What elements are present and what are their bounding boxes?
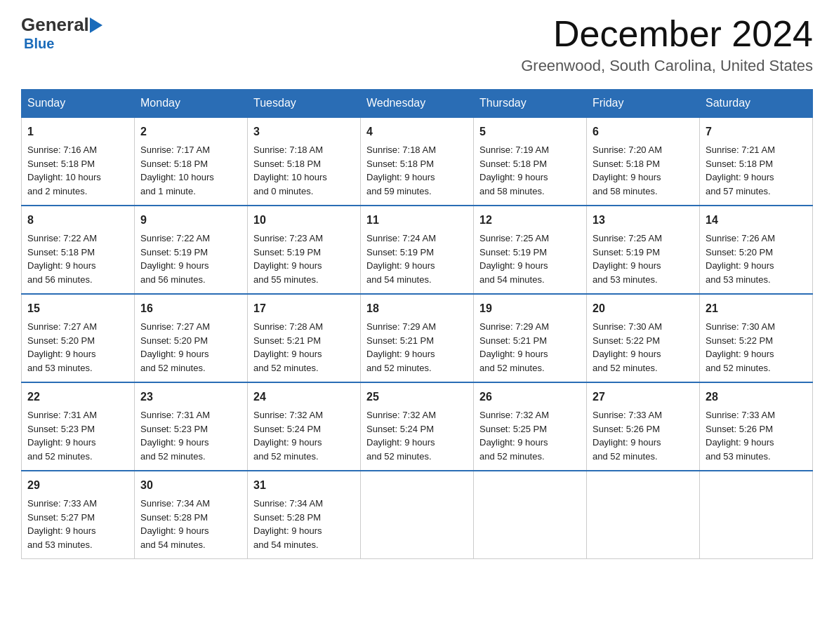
- calendar-week-row: 8Sunrise: 7:22 AMSunset: 5:18 PMDaylight…: [22, 206, 813, 294]
- day-info: Sunrise: 7:31 AMSunset: 5:23 PMDaylight:…: [140, 410, 210, 462]
- table-row: 1Sunrise: 7:16 AMSunset: 5:18 PMDaylight…: [22, 117, 135, 206]
- day-info: Sunrise: 7:34 AMSunset: 5:28 PMDaylight:…: [140, 498, 210, 550]
- day-number: 6: [593, 123, 694, 140]
- col-monday: Monday: [135, 90, 248, 118]
- day-number: 4: [366, 123, 468, 140]
- calendar-week-row: 29Sunrise: 7:33 AMSunset: 5:27 PMDayligh…: [22, 471, 813, 559]
- day-info: Sunrise: 7:18 AMSunset: 5:18 PMDaylight:…: [366, 145, 436, 196]
- col-tuesday: Tuesday: [248, 90, 361, 118]
- day-info: Sunrise: 7:25 AMSunset: 5:19 PMDaylight:…: [479, 233, 549, 285]
- table-row: 29Sunrise: 7:33 AMSunset: 5:27 PMDayligh…: [22, 471, 135, 559]
- day-number: 20: [593, 300, 694, 317]
- day-info: Sunrise: 7:33 AMSunset: 5:27 PMDaylight:…: [27, 498, 97, 550]
- logo-text: General: [21, 14, 104, 36]
- day-info: Sunrise: 7:32 AMSunset: 5:24 PMDaylight:…: [366, 410, 436, 462]
- table-row: 30Sunrise: 7:34 AMSunset: 5:28 PMDayligh…: [135, 471, 248, 559]
- table-row: 21Sunrise: 7:30 AMSunset: 5:22 PMDayligh…: [700, 294, 813, 382]
- table-row: 15Sunrise: 7:27 AMSunset: 5:20 PMDayligh…: [22, 294, 135, 382]
- table-row: 12Sunrise: 7:25 AMSunset: 5:19 PMDayligh…: [474, 206, 587, 294]
- table-row: 28Sunrise: 7:33 AMSunset: 5:26 PMDayligh…: [700, 382, 813, 471]
- day-number: 12: [479, 212, 581, 229]
- day-info: Sunrise: 7:22 AMSunset: 5:19 PMDaylight:…: [140, 233, 210, 285]
- table-row: 3Sunrise: 7:18 AMSunset: 5:18 PMDaylight…: [248, 117, 361, 206]
- day-info: Sunrise: 7:32 AMSunset: 5:25 PMDaylight:…: [479, 410, 549, 462]
- day-number: 26: [479, 389, 581, 405]
- day-number: 17: [253, 300, 355, 317]
- day-number: 31: [253, 477, 355, 494]
- day-info: Sunrise: 7:27 AMSunset: 5:20 PMDaylight:…: [140, 321, 210, 373]
- col-wednesday: Wednesday: [361, 90, 474, 118]
- table-row: [361, 471, 474, 559]
- day-number: 22: [27, 389, 128, 405]
- day-number: 25: [366, 389, 468, 405]
- day-info: Sunrise: 7:30 AMSunset: 5:22 PMDaylight:…: [593, 321, 662, 373]
- day-number: 28: [706, 389, 807, 405]
- day-info: Sunrise: 7:28 AMSunset: 5:21 PMDaylight:…: [253, 321, 323, 373]
- day-number: 8: [27, 212, 128, 229]
- title-section: December 2024 Greenwood, South Carolina,…: [521, 14, 813, 75]
- day-number: 10: [253, 212, 355, 229]
- day-info: Sunrise: 7:26 AMSunset: 5:20 PMDaylight:…: [706, 233, 775, 285]
- day-number: 11: [366, 212, 468, 229]
- day-info: Sunrise: 7:33 AMSunset: 5:26 PMDaylight:…: [593, 410, 662, 462]
- table-row: 26Sunrise: 7:32 AMSunset: 5:25 PMDayligh…: [474, 382, 587, 471]
- day-info: Sunrise: 7:27 AMSunset: 5:20 PMDaylight:…: [27, 321, 97, 373]
- day-info: Sunrise: 7:24 AMSunset: 5:19 PMDaylight:…: [366, 233, 436, 285]
- day-info: Sunrise: 7:32 AMSunset: 5:24 PMDaylight:…: [253, 410, 323, 462]
- table-row: 27Sunrise: 7:33 AMSunset: 5:26 PMDayligh…: [587, 382, 700, 471]
- table-row: 22Sunrise: 7:31 AMSunset: 5:23 PMDayligh…: [22, 382, 135, 471]
- table-row: 6Sunrise: 7:20 AMSunset: 5:18 PMDaylight…: [587, 117, 700, 206]
- day-number: 21: [706, 300, 807, 317]
- calendar-week-row: 15Sunrise: 7:27 AMSunset: 5:20 PMDayligh…: [22, 294, 813, 382]
- table-row: 9Sunrise: 7:22 AMSunset: 5:19 PMDaylight…: [135, 206, 248, 294]
- svg-marker-0: [90, 18, 102, 33]
- day-info: Sunrise: 7:29 AMSunset: 5:21 PMDaylight:…: [366, 321, 436, 373]
- day-info: Sunrise: 7:34 AMSunset: 5:28 PMDaylight:…: [253, 498, 323, 550]
- day-number: 19: [479, 300, 581, 317]
- table-row: 23Sunrise: 7:31 AMSunset: 5:23 PMDayligh…: [135, 382, 248, 471]
- table-row: 18Sunrise: 7:29 AMSunset: 5:21 PMDayligh…: [361, 294, 474, 382]
- calendar-header-row: Sunday Monday Tuesday Wednesday Thursday…: [22, 90, 813, 118]
- col-thursday: Thursday: [474, 90, 587, 118]
- day-info: Sunrise: 7:16 AMSunset: 5:18 PMDaylight:…: [27, 145, 101, 196]
- day-number: 15: [27, 300, 128, 317]
- day-info: Sunrise: 7:25 AMSunset: 5:19 PMDaylight:…: [593, 233, 662, 285]
- day-info: Sunrise: 7:17 AMSunset: 5:18 PMDaylight:…: [140, 145, 214, 196]
- table-row: 7Sunrise: 7:21 AMSunset: 5:18 PMDaylight…: [700, 117, 813, 206]
- calendar-week-row: 1Sunrise: 7:16 AMSunset: 5:18 PMDaylight…: [22, 117, 813, 206]
- day-info: Sunrise: 7:31 AMSunset: 5:23 PMDaylight:…: [27, 410, 97, 462]
- day-info: Sunrise: 7:22 AMSunset: 5:18 PMDaylight:…: [27, 233, 97, 285]
- day-number: 2: [140, 123, 241, 140]
- day-info: Sunrise: 7:30 AMSunset: 5:22 PMDaylight:…: [706, 321, 775, 373]
- table-row: 31Sunrise: 7:34 AMSunset: 5:28 PMDayligh…: [248, 471, 361, 559]
- day-number: 23: [140, 389, 241, 405]
- day-number: 30: [140, 477, 241, 494]
- day-number: 14: [706, 212, 807, 229]
- day-info: Sunrise: 7:23 AMSunset: 5:19 PMDaylight:…: [253, 233, 323, 285]
- table-row: 24Sunrise: 7:32 AMSunset: 5:24 PMDayligh…: [248, 382, 361, 471]
- table-row: 4Sunrise: 7:18 AMSunset: 5:18 PMDaylight…: [361, 117, 474, 206]
- table-row: 13Sunrise: 7:25 AMSunset: 5:19 PMDayligh…: [587, 206, 700, 294]
- table-row: [474, 471, 587, 559]
- day-number: 13: [593, 212, 694, 229]
- day-info: Sunrise: 7:33 AMSunset: 5:26 PMDaylight:…: [706, 410, 775, 462]
- col-friday: Friday: [587, 90, 700, 118]
- col-sunday: Sunday: [22, 90, 135, 118]
- day-info: Sunrise: 7:20 AMSunset: 5:18 PMDaylight:…: [593, 145, 662, 196]
- day-info: Sunrise: 7:21 AMSunset: 5:18 PMDaylight:…: [706, 145, 775, 196]
- table-row: [700, 471, 813, 559]
- day-number: 5: [479, 123, 581, 140]
- logo-general-text: General: [21, 14, 89, 36]
- day-number: 24: [253, 389, 355, 405]
- logo-triangle-icon: [90, 16, 104, 34]
- day-number: 27: [593, 389, 694, 405]
- logo-blue-text: Blue: [24, 36, 54, 51]
- table-row: 20Sunrise: 7:30 AMSunset: 5:22 PMDayligh…: [587, 294, 700, 382]
- page-header: General Blue December 2024 Greenwood, So…: [21, 14, 813, 75]
- day-number: 18: [366, 300, 468, 317]
- calendar-week-row: 22Sunrise: 7:31 AMSunset: 5:23 PMDayligh…: [22, 382, 813, 471]
- logo: General Blue: [21, 14, 104, 52]
- day-info: Sunrise: 7:18 AMSunset: 5:18 PMDaylight:…: [253, 145, 327, 196]
- table-row: 14Sunrise: 7:26 AMSunset: 5:20 PMDayligh…: [700, 206, 813, 294]
- day-number: 16: [140, 300, 241, 317]
